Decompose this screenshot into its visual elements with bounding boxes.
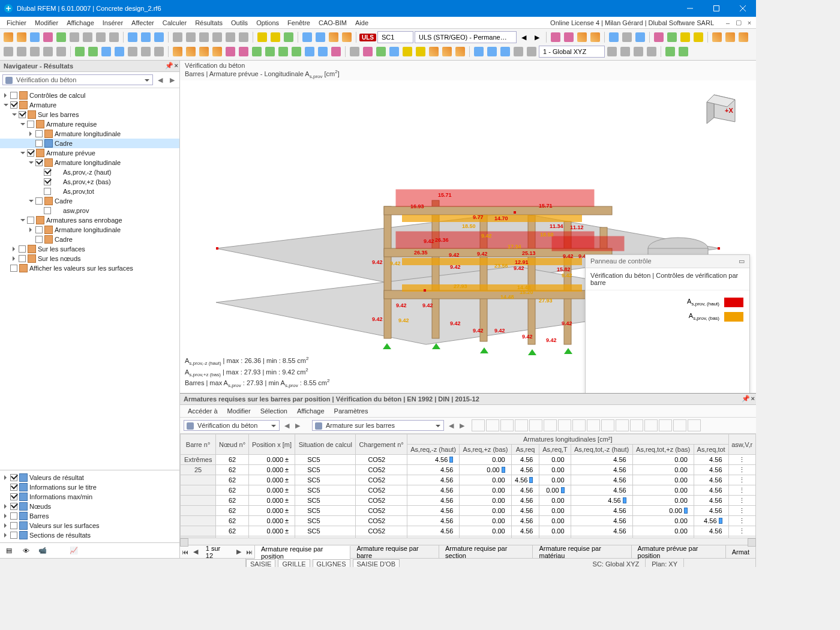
tree-item[interactable]: asw,prov <box>63 207 89 214</box>
toolbar-button[interactable] <box>428 46 440 58</box>
nav-tab-results-icon[interactable]: 📈 <box>68 545 79 556</box>
toolbar-button[interactable] <box>301 31 313 43</box>
toolbar-button[interactable] <box>256 31 268 43</box>
mdi-minimize-icon[interactable]: – <box>724 19 732 27</box>
toolbar-button[interactable] <box>108 31 120 43</box>
results-tab[interactable]: Armature requise par barre <box>350 545 439 558</box>
toolbar-button[interactable] <box>362 46 374 58</box>
sc-label[interactable]: SC1 <box>377 31 413 43</box>
toolbar-button[interactable] <box>486 46 498 58</box>
nav-tab-camera-icon[interactable]: 📹 <box>37 545 48 556</box>
tree-item[interactable]: Cadre <box>55 197 73 205</box>
tree-item[interactable]: Armature longitudinale <box>55 226 121 233</box>
menu-cao-bim[interactable]: CAO-BIM <box>314 18 351 28</box>
results-tab[interactable]: Armature prévue par position <box>632 545 726 558</box>
menu-calculer[interactable]: Calculer <box>158 18 191 28</box>
results-tab[interactable]: Armature requise par position <box>255 546 350 559</box>
results-tool-button[interactable] <box>544 419 557 431</box>
tree-item[interactable]: Sections de résultats <box>29 532 91 539</box>
col-c5[interactable]: As,req,tot,-z (haut) <box>571 445 632 455</box>
toolbar-button[interactable] <box>2 46 14 58</box>
table-row[interactable]: Extrêmes620.000 ±SC5CO524.560.004.560.00… <box>181 455 756 465</box>
toolbar-button[interactable] <box>473 46 485 58</box>
results-menu-affichage[interactable]: Affichage <box>293 406 329 416</box>
next-icon[interactable]: ▶ <box>457 421 467 430</box>
toolbar-button[interactable] <box>140 31 152 43</box>
toolbar-button[interactable] <box>666 31 678 43</box>
toolbar-button[interactable] <box>153 31 165 43</box>
prev-page-button[interactable]: ◀ <box>190 548 200 556</box>
close-icon[interactable]: ▭ <box>739 257 745 265</box>
menu-resultats[interactable]: Résultats <box>191 18 227 28</box>
load-combo-dropdown[interactable]: ULS (STR/GEO) - Permane… <box>415 31 517 43</box>
menu-options[interactable]: Options <box>252 18 283 28</box>
menu-fichier[interactable]: Fichier <box>2 18 31 28</box>
toolbar-button[interactable] <box>185 46 197 58</box>
table-row[interactable]: 620.000 ±SC5CO524.560.004.560.004.560.00… <box>181 506 756 516</box>
toolbar-button[interactable] <box>454 46 466 58</box>
results-tool-button[interactable] <box>601 419 614 431</box>
toolbar-button[interactable] <box>211 46 223 58</box>
toolbar-button[interactable] <box>127 46 139 58</box>
toolbar-button[interactable] <box>68 31 80 43</box>
results-category-dropdown[interactable]: Armature sur les barres <box>312 420 444 431</box>
toolbar-button[interactable] <box>415 46 427 58</box>
toolbar-button[interactable] <box>737 31 749 43</box>
tree-item[interactable]: Armatures sans enrobage <box>46 217 122 224</box>
tree-item[interactable]: Nœuds <box>29 503 51 510</box>
tree-item[interactable]: Informations max/min <box>29 493 92 500</box>
toolbar-button[interactable] <box>55 46 67 58</box>
results-menu-parametres[interactable]: Paramètres <box>330 406 373 416</box>
results-tool-button[interactable] <box>616 419 629 431</box>
maximize-button[interactable] <box>703 0 730 17</box>
col-noeud[interactable]: Nœud n° <box>216 434 249 455</box>
toolbar-button[interactable] <box>238 46 250 58</box>
results-tool-button[interactable] <box>558 419 571 431</box>
toolbar-button[interactable] <box>140 46 152 58</box>
toolbar-button[interactable] <box>29 46 41 58</box>
toolbar-button[interactable] <box>664 46 676 58</box>
toolbar-button[interactable] <box>42 46 54 58</box>
toolbar-button[interactable] <box>113 46 125 58</box>
toolbar-button[interactable] <box>692 31 704 43</box>
tree-item[interactable]: As,prov,tot <box>63 188 94 195</box>
status-tab-grille[interactable]: GRILLE <box>278 559 310 567</box>
col-c2[interactable]: As,req,+z (bas) <box>460 445 511 455</box>
tree-item[interactable]: Sur les surfaces <box>38 245 85 253</box>
status-tab-saisie-ob[interactable]: SAISIE D'OB <box>353 559 400 567</box>
toolbar-button[interactable] <box>330 46 342 58</box>
prev-button[interactable]: ◀ <box>518 31 530 43</box>
tree-item[interactable]: Informations sur le titre <box>29 484 97 491</box>
results-tool-button[interactable] <box>688 419 701 431</box>
tree-item[interactable]: Barres <box>29 512 49 520</box>
toolbar-button[interactable] <box>87 46 99 58</box>
toolbar-button[interactable] <box>401 46 413 58</box>
results-tab[interactable]: Armature requise par matériau <box>533 545 631 558</box>
toolbar-button[interactable] <box>198 31 210 43</box>
close-button[interactable] <box>730 0 756 17</box>
toolbar-button[interactable] <box>314 31 326 43</box>
tree-item-selected[interactable]: Cadre <box>55 140 73 147</box>
toolbar-button[interactable] <box>563 31 575 43</box>
menu-inserer[interactable]: Insérer <box>98 18 127 28</box>
results-tool-button[interactable] <box>515 419 528 431</box>
col-c6[interactable]: As,req,tot,+z (bas) <box>632 445 694 455</box>
prev-icon[interactable]: ◀ <box>282 421 292 430</box>
col-sit[interactable]: Situation de calcul <box>295 434 356 455</box>
toolbar-button[interactable] <box>608 31 620 43</box>
minimize-button[interactable] <box>677 0 703 17</box>
tree-item[interactable]: Armature prévue <box>46 149 95 157</box>
table-row[interactable]: 620.000 ±SC5CO524.560.004.560.004.560.00… <box>181 496 756 506</box>
toolbar-button[interactable] <box>677 46 689 58</box>
navigator-design-dropdown[interactable]: Vérification du béton <box>2 74 153 85</box>
last-page-button[interactable]: ⏭ <box>244 548 254 556</box>
next-icon[interactable]: ▶ <box>167 75 177 85</box>
toolbar-button[interactable] <box>317 46 329 58</box>
toolbar-button[interactable] <box>341 31 353 43</box>
toolbar-button[interactable] <box>277 46 289 58</box>
toolbar-button[interactable] <box>211 31 223 43</box>
col-barre[interactable]: Barre n° <box>181 434 216 455</box>
toolbar-button[interactable] <box>224 46 236 58</box>
toolbar-button[interactable] <box>153 46 165 58</box>
status-tab-saisie[interactable]: SAISIE <box>246 559 275 567</box>
